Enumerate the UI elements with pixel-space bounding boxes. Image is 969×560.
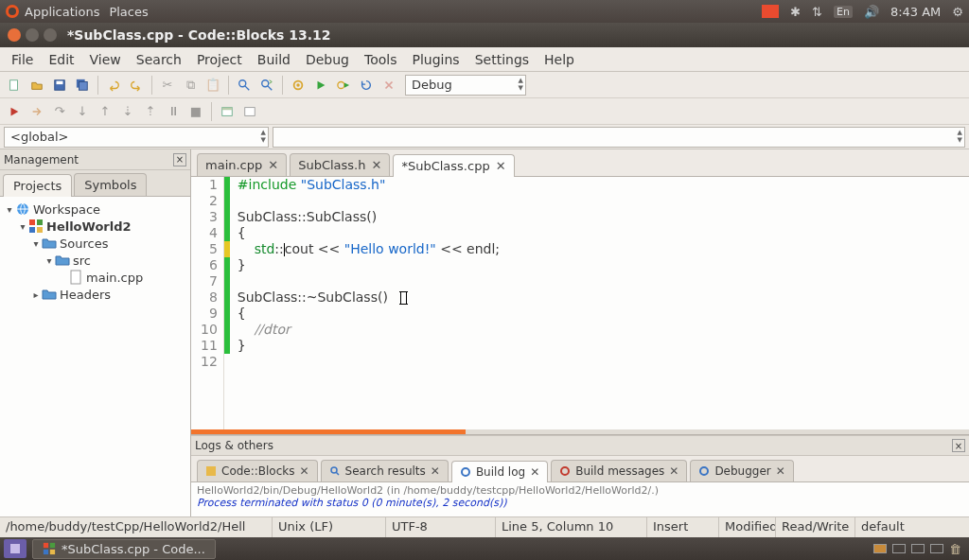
window-close-button[interactable] [8,28,21,42]
logs-close-button[interactable]: × [952,439,965,452]
logtab-search[interactable]: Search results✕ [321,460,449,481]
stop-button[interactable]: ■ [185,101,206,122]
menu-file[interactable]: File [4,49,41,70]
paste-button[interactable]: 📋 [203,75,223,96]
tab-projects[interactable]: Projects [3,174,72,197]
close-icon[interactable]: ✕ [776,464,785,478]
svg-rect-12 [245,107,255,115]
svg-point-6 [262,79,269,86]
svg-rect-16 [29,227,35,233]
workspace-1[interactable] [873,544,887,553]
indicator-icon[interactable] [762,5,779,18]
menu-search[interactable]: Search [129,49,189,70]
code-text[interactable]: #include "SubClass.h" SubClass::SubClass… [230,177,507,429]
management-close-button[interactable]: × [173,153,186,166]
run-to-cursor-button[interactable] [26,101,47,122]
close-icon[interactable]: ✕ [431,464,440,478]
status-modified: Modified [719,517,776,537]
code-editor[interactable]: 123456789101112 #include "SubClass.h" Su… [191,177,969,429]
info-button[interactable] [239,101,260,122]
step-into-button[interactable]: ↓ [72,101,93,122]
logtab-buildmsg[interactable]: Build messages✕ [551,460,687,481]
debug-start-button[interactable] [4,101,25,122]
bluetooth-icon[interactable]: ✱ [790,5,801,19]
svg-point-9 [338,81,344,88]
redo-button[interactable] [126,75,147,96]
step-out-button[interactable]: ↑ [95,101,115,122]
close-icon[interactable]: ✕ [669,464,678,478]
save-button[interactable] [49,75,70,96]
step-instr-button[interactable]: ⇡ [140,101,161,122]
scrollbar-thumb[interactable] [191,429,466,434]
menu-view[interactable]: View [82,49,129,70]
replace-button[interactable] [256,75,277,96]
close-icon[interactable]: ✕ [300,464,309,478]
svg-rect-11 [222,107,233,110]
network-icon[interactable]: ⇅ [812,5,822,19]
show-desktop-button[interactable] [4,539,26,558]
save-all-button[interactable] [72,75,93,96]
scope-combo[interactable]: <global> ▲▼ [4,127,269,148]
workspace-4[interactable] [930,544,943,553]
close-icon[interactable]: ✕ [530,465,539,479]
debug-windows-button[interactable] [217,101,238,122]
logtab-debugger[interactable]: Debugger✕ [690,460,793,481]
svg-point-22 [561,467,569,475]
tab-subclass-cpp[interactable]: *SubClass.cpp✕ [393,154,514,177]
status-profile: default [855,517,969,537]
new-file-button[interactable] [4,75,25,96]
run-button[interactable] [310,75,331,96]
build-log-output[interactable]: HelloWorld2/bin/Debug/HelloWorld2 (in /h… [191,482,969,516]
power-icon[interactable]: ⚙ [952,5,963,19]
menu-debug[interactable]: Debug [298,49,357,70]
menu-plugins[interactable]: Plugins [405,49,467,70]
undo-button[interactable] [103,75,124,96]
menubar: File Edit View Search Project Build Debu… [0,47,969,72]
project-tree[interactable]: ▾Workspace ▾HelloWorld2 ▾Sources ▾src ma… [0,197,190,516]
next-line-button[interactable]: ↷ [49,101,70,122]
close-icon[interactable]: ✕ [268,158,278,172]
volume-icon[interactable]: 🔊 [864,5,879,19]
tab-symbols[interactable]: Symbols [74,173,147,196]
menu-project[interactable]: Project [189,49,250,70]
tab-subclass-h[interactable]: SubClass.h✕ [290,153,390,176]
file-tabs: main.cpp✕ SubClass.h✕ *SubClass.cpp✕ [191,149,969,177]
sources-label: Sources [60,236,108,251]
build-run-button[interactable] [333,75,354,96]
open-button[interactable] [26,75,47,96]
menu-tools[interactable]: Tools [357,49,405,70]
close-icon[interactable]: ✕ [496,159,506,173]
find-button[interactable] [234,75,255,96]
menu-edit[interactable]: Edit [41,49,81,70]
workspace-2[interactable] [892,544,906,553]
logtab-buildlog[interactable]: Build log✕ [451,461,548,482]
logtab-codeblocks[interactable]: Code::Blocks✕ [197,460,318,481]
rebuild-button[interactable] [356,75,377,96]
workspace-3[interactable] [911,544,925,553]
build-target-combo[interactable]: Debug ▲▼ [405,75,526,96]
mouse-cursor-icon [400,291,407,305]
symbol-combo[interactable]: ▲▼ [273,127,965,148]
menu-build[interactable]: Build [250,49,298,70]
break-button[interactable]: ⏸ [163,101,184,122]
applications-menu[interactable]: Applications [25,5,99,19]
places-menu[interactable]: Places [109,5,148,19]
trash-icon[interactable]: 🗑 [949,542,961,556]
abort-button[interactable] [379,75,399,96]
folder-icon [42,236,57,251]
editor-hscroll[interactable] [191,429,969,434]
keyboard-layout[interactable]: En [834,6,853,18]
next-instr-button[interactable]: ⇣ [117,101,138,122]
copy-button[interactable]: ⧉ [180,75,201,96]
clock[interactable]: 8:43 AM [890,5,941,19]
logs-title: Logs & others [195,439,273,452]
menu-settings[interactable]: Settings [467,49,537,70]
window-minimize-button[interactable] [26,28,39,42]
close-icon[interactable]: ✕ [372,158,382,172]
window-maximize-button[interactable] [44,28,57,42]
tab-main-cpp[interactable]: main.cpp✕ [197,153,287,176]
taskbar-task[interactable]: *SubClass.cpp - Code... [32,539,216,559]
menu-help[interactable]: Help [537,49,582,70]
cut-button[interactable]: ✂ [157,75,178,96]
build-button[interactable] [288,75,308,96]
